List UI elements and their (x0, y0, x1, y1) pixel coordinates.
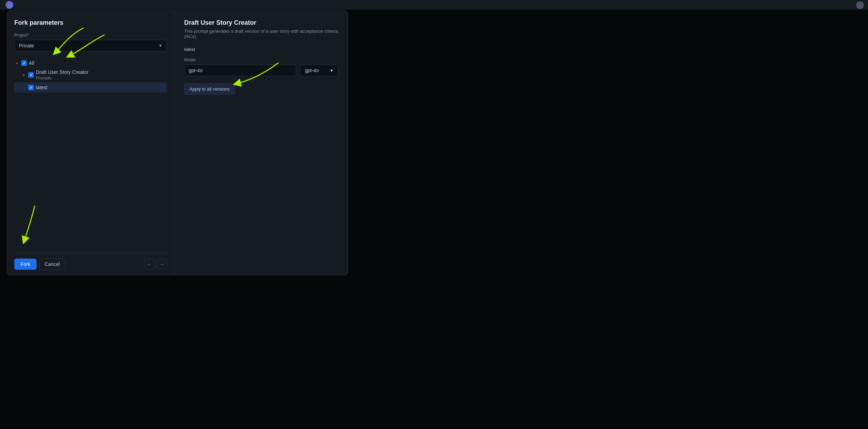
fork-button[interactable]: Fork (14, 259, 37, 270)
model-select-value: gpt-4o (305, 68, 319, 73)
model-select-chevron-icon: ▾ (330, 68, 333, 73)
tree-item-label: Draft User Story Creator (36, 69, 88, 75)
topbar (0, 0, 868, 10)
model-select-row: gpt-4o ▾ (184, 64, 338, 76)
app-logo (6, 1, 13, 9)
nav-buttons: ← → (144, 259, 167, 269)
model-input[interactable] (184, 64, 296, 76)
tree-row-version[interactable]: latest (14, 82, 167, 93)
chevron-down-icon: ▼ (158, 43, 163, 48)
right-panel-title: Draft User Story Creator (184, 19, 338, 26)
model-label: Model (184, 58, 338, 62)
checkbox-item[interactable] (28, 72, 34, 78)
fork-parameters-modal: Fork parameters Project* Private ▼ ▾ All… (7, 10, 348, 275)
project-label: Project* (14, 33, 167, 38)
footer-action-btns: Fork Cancel (14, 258, 65, 270)
tree-item-sublabel: Prompts (36, 76, 88, 81)
checkbox-all[interactable] (21, 60, 27, 66)
tree-label-all: All (29, 60, 167, 66)
checkbox-version[interactable] (28, 85, 34, 90)
next-button[interactable]: → (157, 259, 167, 269)
radio-version-icon (159, 85, 164, 90)
chevron-collapse-all-icon: ▾ (14, 61, 19, 66)
modal-body: Fork parameters Project* Private ▼ ▾ All… (7, 11, 348, 275)
apply-all-versions-button[interactable]: Apply to all versions (184, 83, 235, 95)
model-select-button[interactable]: gpt-4o ▾ (300, 64, 338, 76)
left-footer: Fork Cancel ← → (14, 253, 167, 275)
tree-section: ▾ All ▾ Draft User Story Creator Prompts (14, 59, 167, 253)
chevron-collapse-item-icon: ▾ (21, 72, 26, 77)
right-panel-description: This prompt generates a draft version of… (184, 29, 338, 39)
left-panel: Fork parameters Project* Private ▼ ▾ All… (7, 11, 174, 275)
avatar (856, 1, 864, 9)
right-panel: Draft User Story Creator This prompt gen… (174, 11, 348, 275)
project-select-value: Private (19, 43, 34, 48)
tree-row-all[interactable]: ▾ All (14, 59, 167, 68)
tree-version-label: latest (36, 85, 157, 90)
cancel-button[interactable]: Cancel (39, 258, 65, 270)
panel-title: Fork parameters (14, 19, 167, 26)
project-select[interactable]: Private ▼ (14, 40, 167, 52)
tree-row-item[interactable]: ▾ Draft User Story Creator Prompts (14, 68, 167, 82)
version-badge: latest (184, 47, 195, 52)
prev-button[interactable]: ← (144, 259, 155, 269)
